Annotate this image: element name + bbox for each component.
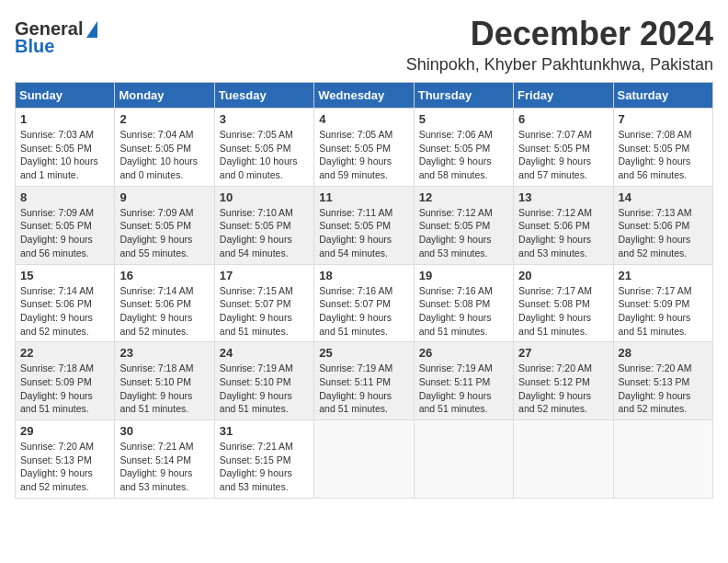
calendar-header-row: Sunday Monday Tuesday Wednesday Thursday… (16, 83, 713, 109)
day-number: 17 (220, 269, 309, 282)
table-row (514, 420, 613, 499)
day-number: 26 (419, 346, 508, 360)
table-row: 11Sunrise: 7:11 AM Sunset: 5:05 PM Dayli… (314, 186, 414, 264)
day-info: Sunrise: 7:03 AM Sunset: 5:05 PM Dayligh… (20, 128, 109, 182)
day-info: Sunrise: 7:19 AM Sunset: 5:11 PM Dayligh… (419, 362, 508, 416)
day-info: Sunrise: 7:16 AM Sunset: 5:07 PM Dayligh… (319, 284, 408, 339)
col-monday: Monday (115, 83, 214, 109)
table-row: 26Sunrise: 7:19 AM Sunset: 5:11 PM Dayli… (414, 342, 513, 420)
day-info: Sunrise: 7:20 AM Sunset: 5:12 PM Dayligh… (518, 362, 608, 416)
table-row: 28Sunrise: 7:20 AM Sunset: 5:13 PM Dayli… (613, 342, 712, 420)
day-number: 7 (619, 112, 708, 126)
day-info: Sunrise: 7:20 AM Sunset: 5:13 PM Dayligh… (20, 440, 109, 494)
day-info: Sunrise: 7:21 AM Sunset: 5:15 PM Dayligh… (220, 440, 309, 494)
day-number: 8 (20, 190, 109, 204)
day-number: 15 (20, 269, 109, 282)
day-number: 28 (619, 346, 708, 360)
calendar-week-row: 1Sunrise: 7:03 AM Sunset: 5:05 PM Daylig… (16, 109, 713, 187)
day-number: 4 (319, 112, 408, 126)
day-number: 11 (319, 190, 408, 204)
table-row: 14Sunrise: 7:13 AM Sunset: 5:06 PM Dayli… (613, 186, 712, 264)
table-row: 6Sunrise: 7:07 AM Sunset: 5:05 PM Daylig… (514, 109, 613, 187)
day-number: 31 (220, 424, 309, 438)
table-row: 5Sunrise: 7:06 AM Sunset: 5:05 PM Daylig… (414, 109, 513, 187)
day-number: 16 (119, 269, 209, 282)
day-number: 6 (518, 112, 608, 126)
col-tuesday: Tuesday (214, 83, 313, 109)
table-row (613, 420, 712, 499)
day-info: Sunrise: 7:16 AM Sunset: 5:08 PM Dayligh… (419, 284, 508, 339)
day-info: Sunrise: 7:15 AM Sunset: 5:07 PM Dayligh… (220, 284, 309, 339)
calendar-table: Sunday Monday Tuesday Wednesday Thursday… (15, 82, 713, 499)
table-row: 23Sunrise: 7:18 AM Sunset: 5:10 PM Dayli… (115, 342, 214, 420)
day-info: Sunrise: 7:08 AM Sunset: 5:05 PM Dayligh… (619, 128, 708, 182)
table-row: 13Sunrise: 7:12 AM Sunset: 5:06 PM Dayli… (514, 186, 613, 264)
table-row: 15Sunrise: 7:14 AM Sunset: 5:06 PM Dayli… (16, 264, 115, 342)
logo-blue-text: Blue (15, 36, 54, 57)
day-info: Sunrise: 7:04 AM Sunset: 5:05 PM Dayligh… (119, 128, 209, 182)
day-info: Sunrise: 7:09 AM Sunset: 5:05 PM Dayligh… (119, 206, 209, 260)
day-info: Sunrise: 7:06 AM Sunset: 5:05 PM Dayligh… (419, 128, 508, 182)
day-number: 29 (20, 424, 109, 438)
day-number: 1 (20, 112, 109, 126)
table-row: 17Sunrise: 7:15 AM Sunset: 5:07 PM Dayli… (214, 264, 313, 342)
table-row: 25Sunrise: 7:19 AM Sunset: 5:11 PM Dayli… (314, 342, 414, 420)
day-number: 21 (619, 269, 708, 282)
location-title: Shinpokh, Khyber Pakhtunkhwa, Pakistan (406, 55, 713, 75)
table-row: 27Sunrise: 7:20 AM Sunset: 5:12 PM Dayli… (514, 342, 613, 420)
table-row: 4Sunrise: 7:05 AM Sunset: 5:05 PM Daylig… (314, 109, 414, 187)
table-row: 9Sunrise: 7:09 AM Sunset: 5:05 PM Daylig… (115, 186, 214, 264)
day-info: Sunrise: 7:14 AM Sunset: 5:06 PM Dayligh… (20, 284, 109, 339)
day-number: 25 (319, 346, 408, 360)
day-info: Sunrise: 7:13 AM Sunset: 5:06 PM Dayligh… (619, 206, 708, 260)
col-wednesday: Wednesday (314, 83, 414, 109)
day-info: Sunrise: 7:05 AM Sunset: 5:05 PM Dayligh… (319, 128, 408, 182)
table-row: 10Sunrise: 7:10 AM Sunset: 5:05 PM Dayli… (214, 186, 313, 264)
table-row: 20Sunrise: 7:17 AM Sunset: 5:08 PM Dayli… (514, 264, 613, 342)
col-friday: Friday (514, 83, 613, 109)
day-number: 12 (419, 190, 508, 204)
table-row (314, 420, 414, 499)
day-info: Sunrise: 7:12 AM Sunset: 5:06 PM Dayligh… (518, 206, 608, 260)
day-number: 2 (119, 112, 209, 126)
day-info: Sunrise: 7:18 AM Sunset: 5:10 PM Dayligh… (119, 362, 209, 416)
table-row: 7Sunrise: 7:08 AM Sunset: 5:05 PM Daylig… (613, 109, 712, 187)
day-number: 5 (419, 112, 508, 126)
day-number: 10 (220, 190, 309, 204)
table-row: 2Sunrise: 7:04 AM Sunset: 5:05 PM Daylig… (115, 109, 214, 187)
table-row: 31Sunrise: 7:21 AM Sunset: 5:15 PM Dayli… (214, 420, 313, 499)
day-info: Sunrise: 7:21 AM Sunset: 5:14 PM Dayligh… (119, 440, 209, 494)
table-row: 24Sunrise: 7:19 AM Sunset: 5:10 PM Dayli… (214, 342, 313, 420)
day-info: Sunrise: 7:09 AM Sunset: 5:05 PM Dayligh… (20, 206, 109, 260)
logo-icon (86, 21, 97, 38)
day-info: Sunrise: 7:11 AM Sunset: 5:05 PM Dayligh… (319, 206, 408, 260)
calendar-week-row: 8Sunrise: 7:09 AM Sunset: 5:05 PM Daylig… (16, 186, 713, 264)
table-row: 22Sunrise: 7:18 AM Sunset: 5:09 PM Dayli… (16, 342, 115, 420)
table-row: 16Sunrise: 7:14 AM Sunset: 5:06 PM Dayli… (115, 264, 214, 342)
day-number: 19 (419, 269, 508, 282)
title-section: December 2024 Shinpokh, Khyber Pakhtunkh… (406, 15, 713, 75)
table-row: 8Sunrise: 7:09 AM Sunset: 5:05 PM Daylig… (16, 186, 115, 264)
table-row: 1Sunrise: 7:03 AM Sunset: 5:05 PM Daylig… (16, 109, 115, 187)
table-row: 3Sunrise: 7:05 AM Sunset: 5:05 PM Daylig… (214, 109, 313, 187)
day-info: Sunrise: 7:05 AM Sunset: 5:05 PM Dayligh… (220, 128, 309, 182)
month-title: December 2024 (406, 15, 713, 53)
day-info: Sunrise: 7:17 AM Sunset: 5:09 PM Dayligh… (619, 284, 708, 339)
day-info: Sunrise: 7:19 AM Sunset: 5:10 PM Dayligh… (220, 362, 309, 416)
table-row (414, 420, 513, 499)
day-number: 27 (518, 346, 608, 360)
day-info: Sunrise: 7:20 AM Sunset: 5:13 PM Dayligh… (619, 362, 708, 416)
day-info: Sunrise: 7:17 AM Sunset: 5:08 PM Dayligh… (518, 284, 608, 339)
col-sunday: Sunday (16, 83, 115, 109)
day-info: Sunrise: 7:10 AM Sunset: 5:05 PM Dayligh… (220, 206, 309, 260)
day-number: 3 (220, 112, 309, 126)
calendar-week-row: 22Sunrise: 7:18 AM Sunset: 5:09 PM Dayli… (16, 342, 713, 420)
calendar-week-row: 15Sunrise: 7:14 AM Sunset: 5:06 PM Dayli… (16, 264, 713, 342)
day-number: 23 (119, 346, 209, 360)
table-row: 19Sunrise: 7:16 AM Sunset: 5:08 PM Dayli… (414, 264, 513, 342)
day-info: Sunrise: 7:19 AM Sunset: 5:11 PM Dayligh… (319, 362, 408, 416)
day-info: Sunrise: 7:07 AM Sunset: 5:05 PM Dayligh… (518, 128, 608, 182)
table-row: 21Sunrise: 7:17 AM Sunset: 5:09 PM Dayli… (613, 264, 712, 342)
day-number: 22 (20, 346, 109, 360)
table-row: 18Sunrise: 7:16 AM Sunset: 5:07 PM Dayli… (314, 264, 414, 342)
